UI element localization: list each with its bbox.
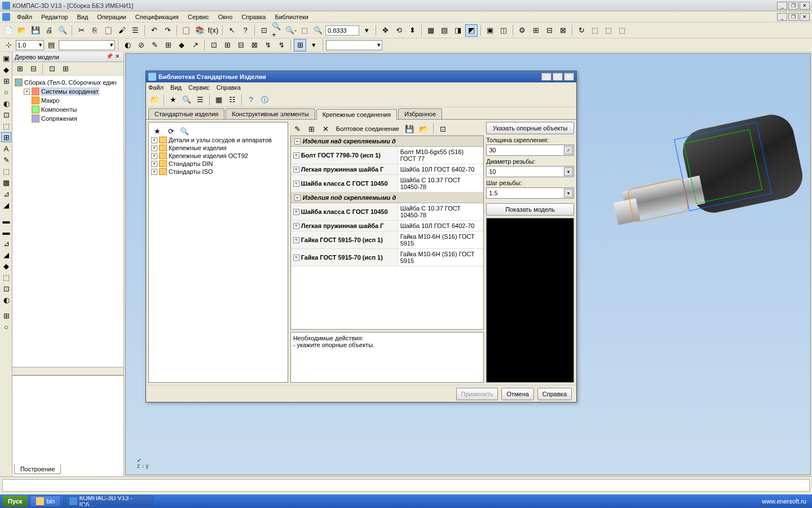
vt-d-icon[interactable]: ○ bbox=[1, 87, 11, 97]
table-row[interactable]: +Легкая пружинная шайба ГШайба 10Л ГОСТ … bbox=[291, 164, 484, 175]
vt-r-icon[interactable]: ◢ bbox=[1, 249, 11, 260]
layer-combo[interactable]: ▾ bbox=[59, 40, 115, 50]
t2-f-icon[interactable]: ↗ bbox=[189, 39, 201, 51]
vt-t-icon[interactable]: ⬚ bbox=[1, 272, 11, 282]
vt-s-icon[interactable]: ◆ bbox=[1, 261, 11, 271]
apply-button[interactable]: Применить bbox=[456, 388, 498, 400]
redo-icon[interactable]: ↷ bbox=[161, 24, 174, 37]
mdi-minimize[interactable]: _ bbox=[777, 13, 787, 21]
shaded-icon[interactable]: ◨ bbox=[452, 24, 464, 37]
preview-icon[interactable]: 🔍 bbox=[56, 24, 69, 37]
taskbar-item-bin[interactable]: bin bbox=[30, 496, 61, 507]
table-row[interactable]: +Гайка ГОСТ 5915-70 (исп 1)Гайка М10-6H … bbox=[291, 249, 484, 266]
expand-icon[interactable]: + bbox=[293, 152, 299, 159]
t2-d-icon[interactable]: ⊞ bbox=[162, 39, 174, 51]
zoom-dd-icon[interactable]: ▾ bbox=[360, 24, 373, 37]
close-button[interactable]: ✕ bbox=[800, 2, 810, 10]
tree-root[interactable]: Сборка (Тел-0, Сборочных един bbox=[15, 78, 121, 87]
select-ref-button[interactable]: Указать опорные объекты bbox=[486, 122, 574, 134]
orient-icon[interactable]: ⬍ bbox=[406, 24, 418, 37]
table-row[interactable]: +Легкая пружинная шайба ГШайба 10Л ГОСТ … bbox=[291, 221, 484, 231]
expand-icon[interactable]: + bbox=[293, 181, 299, 187]
tool-g-icon[interactable]: ⬚ bbox=[616, 24, 628, 37]
grid-tb-c-icon[interactable]: ✕ bbox=[320, 122, 332, 135]
tool-e-icon[interactable]: ⬚ bbox=[589, 24, 601, 37]
vt-n-icon[interactable]: ◢ bbox=[1, 200, 11, 210]
vt-g-icon[interactable]: ⬚ bbox=[1, 121, 11, 131]
save-icon[interactable]: 💾 bbox=[29, 24, 42, 37]
pan-icon[interactable]: ✥ bbox=[379, 24, 391, 37]
menu-help[interactable]: Справка bbox=[237, 12, 270, 21]
table-row[interactable]: +Гайка ГОСТ 5915-70 (исп 1)Гайка М10-6H … bbox=[291, 231, 484, 249]
grid-tb-save-icon[interactable]: 💾 bbox=[403, 122, 416, 135]
tree-node-coords[interactable]: + Системы координат bbox=[15, 87, 121, 96]
cursor-icon[interactable]: ↖ bbox=[226, 24, 238, 37]
grid-section-above[interactable]: −Изделия над скрепляемыми д bbox=[291, 136, 484, 147]
thickness-input[interactable]: 30✓ bbox=[486, 144, 574, 156]
dlg-menu-service[interactable]: Сервис bbox=[188, 84, 210, 91]
lib-icon[interactable]: 📚 bbox=[193, 24, 206, 37]
menu-spec[interactable]: Спецификация bbox=[131, 12, 183, 21]
zoom-window-icon[interactable]: ⬚ bbox=[298, 24, 311, 37]
table-row[interactable]: +Шайба класса С ГОСТ 10450Шайба С 10.37 … bbox=[291, 175, 484, 192]
vt-q-icon[interactable]: ⊿ bbox=[1, 238, 11, 248]
folder-item[interactable]: +Стандарты ISO bbox=[150, 168, 286, 176]
expand-icon[interactable]: + bbox=[151, 161, 157, 167]
menu-service[interactable]: Сервис bbox=[183, 12, 214, 21]
tree-node-mates[interactable]: Сопряжения bbox=[15, 114, 121, 123]
scale-combo[interactable]: 1.0▾ bbox=[16, 40, 44, 50]
expand-icon[interactable]: + bbox=[24, 89, 30, 95]
dlg-menu-help[interactable]: Справка bbox=[217, 84, 241, 91]
zoom-input[interactable] bbox=[325, 25, 359, 36]
grid-tb-d-icon[interactable]: ⊡ bbox=[437, 122, 449, 135]
t2-m-icon[interactable]: ⊞ bbox=[294, 39, 306, 51]
tab-favorites[interactable]: Избранное bbox=[398, 108, 442, 119]
tree-node-macro[interactable]: Макро bbox=[15, 96, 121, 105]
dlg-tb-grid-icon[interactable]: ▦ bbox=[213, 94, 225, 106]
dlg-minimize[interactable]: _ bbox=[541, 73, 551, 81]
t2-h-icon[interactable]: ⊞ bbox=[221, 39, 233, 51]
dialog-titlebar[interactable]: Библиотека Стандартные Изделия _ □ ✕ bbox=[146, 71, 576, 82]
props-icon[interactable]: ☰ bbox=[129, 24, 142, 37]
restore-button[interactable]: ❐ bbox=[788, 2, 798, 10]
dlg-tb-detail-icon[interactable]: ☷ bbox=[226, 94, 239, 106]
tree-hscroll[interactable] bbox=[12, 367, 123, 375]
expand-icon[interactable]: + bbox=[151, 169, 157, 175]
vt-h-icon[interactable]: ⊞ bbox=[1, 132, 11, 142]
zoom-prev-icon[interactable]: 🔍 bbox=[312, 24, 324, 37]
copy-icon[interactable]: ⎘ bbox=[89, 24, 101, 37]
menu-window[interactable]: Окно bbox=[214, 12, 237, 21]
expand-icon[interactable]: + bbox=[151, 153, 157, 159]
tool-f-icon[interactable]: ⬚ bbox=[602, 24, 615, 37]
vt-j-icon[interactable]: ✎ bbox=[1, 155, 11, 165]
tool-b-icon[interactable]: ⊞ bbox=[529, 24, 542, 37]
open-icon[interactable]: 📂 bbox=[16, 24, 28, 37]
tree-tb-b-icon[interactable]: ⊟ bbox=[27, 63, 39, 75]
dlg-menu-view[interactable]: Вид bbox=[170, 84, 182, 91]
vt-k-icon[interactable]: ⬚ bbox=[1, 166, 11, 176]
expand-icon[interactable]: + bbox=[293, 223, 299, 229]
vt-o-icon[interactable]: ▬ bbox=[1, 216, 11, 226]
vt-b-icon[interactable]: ◆ bbox=[1, 64, 11, 75]
tool-a-icon[interactable]: ⚙ bbox=[516, 24, 528, 37]
chevron-down-icon[interactable]: ▾ bbox=[564, 189, 573, 198]
vt-w-icon[interactable]: ⊞ bbox=[1, 310, 11, 321]
cut-icon[interactable]: ✂ bbox=[75, 24, 87, 37]
layer-icon[interactable]: ▤ bbox=[45, 39, 58, 51]
vt-p-icon[interactable]: ▬ bbox=[1, 227, 11, 237]
t2-l-icon[interactable]: ↯ bbox=[275, 39, 288, 51]
spec-icon[interactable]: 📋 bbox=[180, 24, 192, 37]
undo-icon[interactable]: ↶ bbox=[148, 24, 160, 37]
rebuild-icon[interactable]: ↻ bbox=[575, 24, 588, 37]
menu-editor[interactable]: Редактор bbox=[37, 12, 72, 21]
grid-tb-b-icon[interactable]: ⊞ bbox=[306, 122, 318, 135]
zoom-fit-icon[interactable]: ⊡ bbox=[258, 24, 270, 37]
tool-c-icon[interactable]: ⊟ bbox=[543, 24, 555, 37]
check-icon[interactable]: ✓ bbox=[564, 146, 573, 155]
tree-close-icon[interactable]: ✕ bbox=[113, 53, 121, 61]
grid-section-below[interactable]: −Изделия под скрепляемыми д bbox=[291, 192, 484, 203]
mdi-close[interactable]: ✕ bbox=[800, 13, 810, 21]
wireframe-icon[interactable]: ▦ bbox=[425, 24, 437, 37]
t2-b-icon[interactable]: ⊘ bbox=[135, 39, 147, 51]
vt-c-icon[interactable]: ⊞ bbox=[1, 76, 11, 86]
